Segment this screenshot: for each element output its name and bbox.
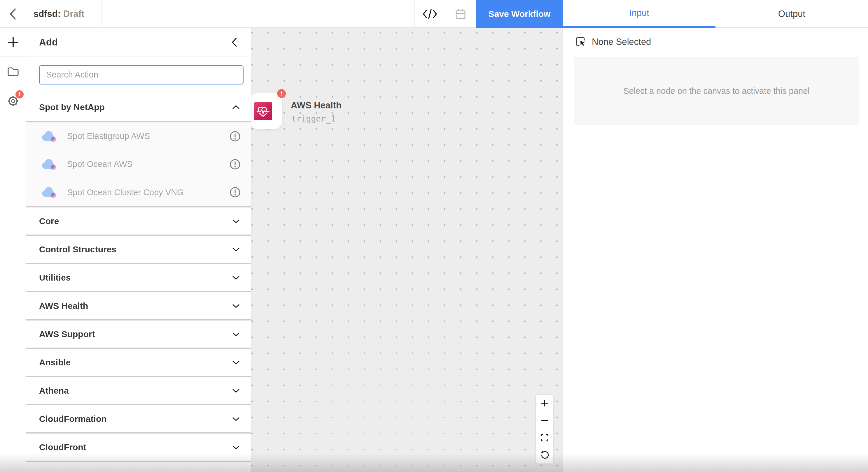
section-cloudfront[interactable]: CloudFront: [26, 432, 251, 461]
section-aws-support[interactable]: AWS Support: [26, 319, 251, 347]
zoom-in-button[interactable]: [536, 395, 553, 412]
section-aws-health[interactable]: AWS Health: [26, 291, 251, 319]
chevron-up-icon: [232, 105, 240, 109]
node-aws-health[interactable]: !: [251, 93, 282, 129]
warning-circle-icon[interactable]: [229, 187, 241, 198]
workflows-folder-button[interactable]: [0, 57, 26, 86]
code-icon: [422, 9, 437, 19]
inspector-empty-message: Select a node on the canvas to activate …: [623, 86, 809, 96]
search-input[interactable]: [39, 65, 244, 85]
section-cloudwatch[interactable]: CloudWatch: [26, 461, 251, 472]
section-spot-by-netapp[interactable]: Spot by NetApp: [26, 93, 251, 121]
node-id: trigger_1: [291, 114, 336, 124]
folder-icon: [7, 66, 19, 77]
calendar-icon: [455, 8, 466, 20]
aws-health-heart-pulse-icon: [254, 102, 272, 120]
refresh-icon: [540, 451, 549, 460]
breadcrumb: sdfsd: Draft: [26, 0, 102, 28]
cursor-select-icon: [576, 37, 586, 47]
workflow-name: sdfsd:: [34, 9, 61, 19]
chevron-down-icon: [232, 332, 240, 337]
chevron-down-icon: [232, 360, 240, 365]
settings-button[interactable]: !: [0, 86, 26, 115]
back-button[interactable]: [0, 0, 26, 28]
search-row: [26, 57, 251, 93]
section-athena[interactable]: Athena: [26, 376, 251, 404]
chevron-down-icon: [232, 304, 240, 308]
section-ansible[interactable]: Ansible: [26, 347, 251, 376]
node-error-badge: !: [277, 89, 286, 98]
selection-status-row: None Selected: [563, 28, 868, 56]
plus-icon: [541, 400, 548, 407]
inspector-panel: None Selected Select a node on the canva…: [563, 28, 868, 472]
section-core[interactable]: Core: [26, 206, 251, 235]
warning-circle-icon[interactable]: [229, 159, 241, 170]
selection-status-text: None Selected: [592, 37, 651, 47]
chevron-down-icon: [232, 389, 240, 393]
cloud-icon: [41, 186, 57, 198]
section-utilities[interactable]: Utilities: [26, 263, 251, 291]
inspector-tabs: Input Output: [563, 0, 868, 28]
tab-input[interactable]: Input: [563, 0, 715, 28]
warning-circle-icon[interactable]: [229, 131, 241, 142]
collapse-panel-button[interactable]: [231, 37, 237, 47]
code-view-button[interactable]: [414, 0, 445, 28]
tab-output[interactable]: Output: [715, 0, 868, 28]
left-rail: !: [0, 28, 26, 472]
chevron-left-icon: [9, 8, 16, 20]
chevron-down-icon: [232, 247, 240, 252]
workflow-canvas[interactable]: ! AWS Health trigger_1: [251, 28, 563, 472]
plus-icon: [7, 36, 19, 48]
section-cloudformation[interactable]: CloudFormation: [26, 404, 251, 432]
top-bar: sdfsd: Draft Save Workflow Input Output: [0, 0, 868, 28]
inspector-empty-state: Select a node on the canvas to activate …: [574, 57, 859, 125]
reset-view-button[interactable]: [536, 446, 553, 464]
add-panel-header: Add: [26, 28, 251, 57]
workflow-status: Draft: [63, 9, 84, 19]
list-item-spot-ocean-cluster-copy-vng[interactable]: Spot Ocean Cluster Copy VNG: [26, 178, 251, 206]
section-control-structures[interactable]: Control Structures: [26, 235, 251, 263]
spot-items-list: Spot Elastigroup AWS Spot Oc: [26, 121, 251, 206]
chevron-down-icon: [232, 417, 240, 421]
fullscreen-icon: [540, 434, 549, 442]
fit-view-button[interactable]: [536, 429, 553, 446]
minus-icon: [541, 417, 548, 424]
add-panel: Add Spot by NetApp Spot Elastigroup: [26, 28, 251, 472]
new-workflow-button[interactable]: [0, 28, 26, 57]
chevron-down-icon: [232, 219, 240, 224]
cloud-icon: [41, 158, 57, 170]
settings-alert-badge: !: [16, 90, 24, 99]
node-title: AWS Health: [291, 100, 342, 111]
chevron-down-icon: [232, 275, 240, 280]
cloud-icon: [41, 130, 57, 142]
list-item-spot-elastigroup-aws[interactable]: Spot Elastigroup AWS: [26, 122, 251, 150]
add-panel-title: Add: [39, 37, 58, 48]
list-item-spot-ocean-aws[interactable]: Spot Ocean AWS: [26, 150, 251, 178]
canvas-controls: [536, 395, 553, 464]
zoom-out-button[interactable]: [536, 412, 553, 429]
schedule-button[interactable]: [445, 0, 476, 28]
save-workflow-button[interactable]: Save Workflow: [476, 0, 563, 28]
chevron-down-icon: [232, 445, 240, 449]
